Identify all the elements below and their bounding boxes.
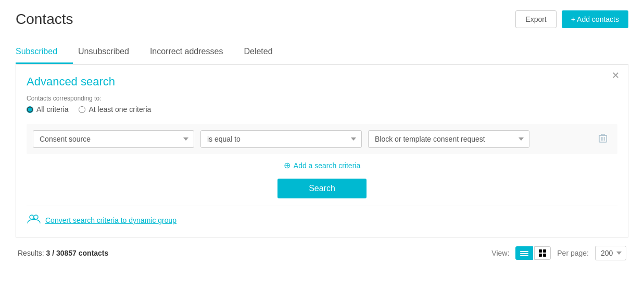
grid-icon	[539, 249, 546, 257]
convert-link[interactable]: Convert search criteria to dynamic group	[45, 216, 176, 224]
add-criteria-area: ⊕ Add a search criteria	[27, 160, 617, 170]
panel-title: Advanced search	[27, 75, 617, 89]
plus-circle-icon: ⊕	[284, 160, 291, 170]
criteria-row: Consent source Email First name Last nam…	[27, 124, 617, 154]
tab-incorrect-addresses[interactable]: Incorrect addresses	[150, 41, 239, 64]
svg-point-5	[30, 215, 34, 219]
contacts-label: Contacts corresponding to:	[27, 95, 617, 102]
perpage-select[interactable]: 50 100 200 500	[595, 246, 626, 260]
perpage-label: Per page:	[557, 249, 589, 257]
all-criteria-radio[interactable]	[27, 106, 33, 113]
advanced-search-panel: ✕ Advanced search Contacts corresponding…	[16, 65, 628, 237]
view-label: View:	[491, 249, 509, 257]
tabs-bar: Subscribed Unsubscribed Incorrect addres…	[16, 41, 628, 65]
field-select[interactable]: Consent source Email First name Last nam…	[33, 130, 194, 148]
add-contacts-button[interactable]: + Add contacts	[562, 10, 628, 28]
search-button[interactable]: Search	[277, 179, 367, 198]
close-button[interactable]: ✕	[612, 71, 620, 80]
value-select[interactable]: Block or template consent request Manual…	[368, 130, 529, 148]
results-text: Results: 3 / 30857 contacts	[18, 249, 108, 257]
condition-select[interactable]: is equal to is not equal to contains doe…	[200, 130, 362, 148]
delete-criteria-button[interactable]	[595, 131, 611, 147]
page-title: Contacts	[16, 11, 73, 28]
footer: Results: 3 / 30857 contacts View: Per pa…	[16, 246, 628, 260]
all-criteria-option[interactable]: All criteria	[27, 105, 68, 114]
grid-view-button[interactable]	[534, 246, 551, 260]
list-view-button[interactable]	[515, 246, 533, 260]
results-count: 3 / 30857 contacts	[46, 249, 108, 257]
add-criteria-link[interactable]: ⊕ Add a search criteria	[27, 160, 617, 170]
export-button[interactable]: Export	[515, 10, 556, 28]
list-icon	[520, 250, 528, 256]
tab-subscribed[interactable]: Subscribed	[16, 41, 73, 64]
tab-deleted[interactable]: Deleted	[244, 41, 288, 64]
view-icons	[515, 246, 551, 260]
radio-group: All criteria At least one criteria	[27, 105, 617, 114]
at-least-label: At least one criteria	[89, 105, 151, 114]
trash-icon	[599, 133, 607, 143]
group-icon	[27, 213, 41, 227]
at-least-option[interactable]: At least one criteria	[79, 105, 151, 114]
tab-unsubscribed[interactable]: Unsubscribed	[78, 41, 145, 64]
at-least-radio[interactable]	[79, 106, 85, 113]
svg-point-6	[34, 215, 38, 219]
view-perpage-area: View: Per page: 50 100 200 500	[491, 246, 626, 260]
convert-link-area: Convert search criteria to dynamic group	[27, 206, 617, 227]
all-criteria-label: All criteria	[36, 105, 68, 114]
